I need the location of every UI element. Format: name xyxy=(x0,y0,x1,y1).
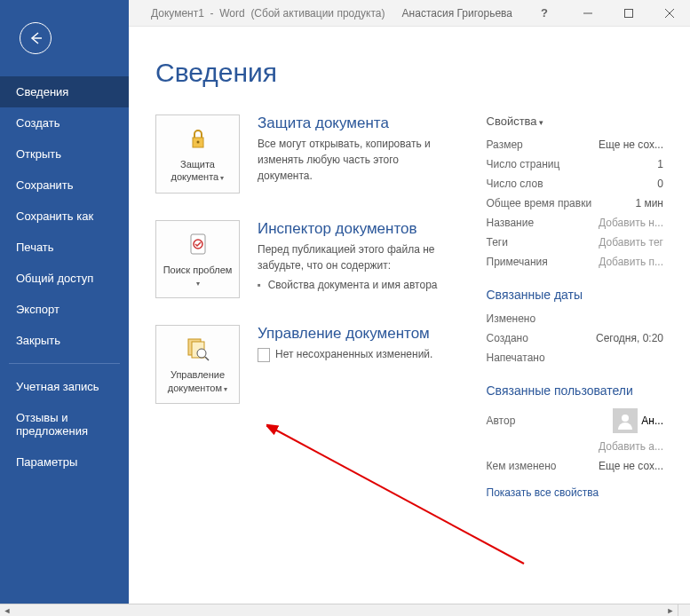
protect-document-button[interactable]: Защита документа xyxy=(155,115,240,193)
inspector-desc: Перед публикацией этого файла не забудьт… xyxy=(258,241,451,273)
protect-button-label: Защита документа xyxy=(162,158,234,184)
maximize-button[interactable] xyxy=(608,0,649,27)
prop-edit-time-label: Общее время правки xyxy=(487,197,592,209)
nav-divider xyxy=(9,363,120,364)
protect-desc: Все могут открывать, копировать и изменя… xyxy=(258,136,451,184)
prop-created-label: Создано xyxy=(487,332,528,344)
prop-comments-field[interactable]: Добавить п... xyxy=(599,256,663,268)
manage-document-label: Управление документом xyxy=(162,368,234,394)
help-icon[interactable]: ? xyxy=(541,6,548,20)
check-issues-button[interactable]: Поиск проблем xyxy=(155,220,240,299)
nav-new[interactable]: Создать xyxy=(0,107,129,138)
nav-close[interactable]: Закрыть xyxy=(0,325,129,356)
inspector-bullet: Свойства документа и имя автора xyxy=(258,279,451,291)
back-button[interactable] xyxy=(20,22,52,54)
prop-tags-label: Теги xyxy=(487,236,508,249)
avatar-icon xyxy=(613,408,638,433)
nav-feedback[interactable]: Отзывы и предложения xyxy=(0,402,129,446)
svg-rect-1 xyxy=(625,10,633,18)
content-area: Сведения Защита документа Защита докумен… xyxy=(129,27,690,604)
lock-icon xyxy=(184,124,212,153)
prop-words-value: 0 xyxy=(657,178,663,190)
current-user[interactable]: Анастасия Григорьева xyxy=(402,7,512,20)
svg-line-16 xyxy=(205,357,209,360)
nav-export[interactable]: Экспорт xyxy=(0,294,129,325)
prop-edit-time-value: 1 мин xyxy=(635,197,663,209)
prop-comments-label: Примечания xyxy=(487,256,548,268)
properties-panel: Свойства РазмерЕще не сох... Число стран… xyxy=(487,115,664,499)
nav-save[interactable]: Сохранить xyxy=(0,170,129,201)
svg-point-15 xyxy=(197,349,206,358)
prop-pages-value: 1 xyxy=(657,158,663,170)
prop-tags-field[interactable]: Добавить тег xyxy=(599,236,663,249)
manage-document-button[interactable]: Управление документом xyxy=(155,325,240,404)
dates-heading: Связанные даты xyxy=(487,288,664,302)
scroll-right-arrow[interactable]: ► xyxy=(663,604,678,616)
manage-desc: Нет несохраненных изменений. xyxy=(258,346,451,362)
scroll-track[interactable] xyxy=(14,604,663,616)
author-name[interactable]: Ан... xyxy=(641,415,663,427)
prop-printed-label: Напечатано xyxy=(487,351,545,364)
nav-share[interactable]: Общий доступ xyxy=(0,263,129,294)
nav-info[interactable]: Сведения xyxy=(0,76,129,107)
people-heading: Связанные пользователи xyxy=(487,383,664,398)
prop-created-value: Сегодня, 0:20 xyxy=(596,332,663,344)
inspect-icon xyxy=(184,230,212,258)
manage-title: Управление документом xyxy=(258,325,451,343)
svg-point-10 xyxy=(196,141,199,144)
protect-title: Защита документа xyxy=(258,115,451,132)
nav-print[interactable]: Печать xyxy=(0,232,129,263)
nav-options[interactable]: Параметры xyxy=(0,446,129,478)
prop-title-label: Название xyxy=(487,217,535,229)
prop-size-label: Размер xyxy=(487,138,523,151)
author-label: Автор xyxy=(487,415,516,427)
modified-by-label: Кем изменено xyxy=(487,460,557,472)
properties-dropdown[interactable]: Свойства xyxy=(487,115,664,128)
backstage-sidebar: Сведения Создать Открыть Сохранить Сохра… xyxy=(0,0,129,604)
prop-title-field[interactable]: Добавить н... xyxy=(599,217,663,229)
document-icon xyxy=(258,348,270,362)
svg-point-17 xyxy=(622,415,629,422)
nav-save-as[interactable]: Сохранить как xyxy=(0,201,129,232)
nav-open[interactable]: Открыть xyxy=(0,138,129,170)
prop-modified-label: Изменено xyxy=(487,312,536,325)
prop-pages-label: Число страниц xyxy=(487,158,560,170)
scroll-left-arrow[interactable]: ◄ xyxy=(0,604,14,616)
nav-account[interactable]: Учетная запись xyxy=(0,371,129,402)
show-all-properties-link[interactable]: Показать все свойства xyxy=(487,486,664,499)
check-issues-label: Поиск проблем xyxy=(162,264,234,289)
horizontal-scrollbar[interactable]: ◄ ► xyxy=(0,604,678,616)
add-author-field[interactable]: Добавить а... xyxy=(599,440,663,453)
window-title: Документ1 - Word (Сбой активации продукт… xyxy=(151,7,385,20)
prop-size-value: Еще не сох... xyxy=(599,138,663,151)
modified-by-value: Еще не сох... xyxy=(599,460,663,472)
scroll-corner xyxy=(678,604,690,616)
minimize-button[interactable] xyxy=(567,0,608,27)
page-title: Сведения xyxy=(155,58,663,88)
inspector-title: Инспектор документов xyxy=(258,220,451,238)
prop-words-label: Число слов xyxy=(487,178,543,190)
manage-icon xyxy=(184,335,212,363)
close-button[interactable] xyxy=(649,0,690,27)
